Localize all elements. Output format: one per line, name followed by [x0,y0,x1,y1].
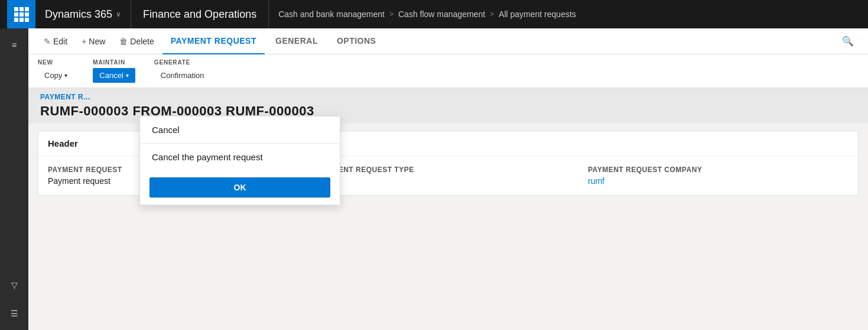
ribbon-new-controls: Copy ▾ [38,68,74,83]
tab-payment-request[interactable]: PAYMENT REQUEST [162,28,265,54]
delete-button[interactable]: 🗑 Delete [113,31,160,52]
waffle-icon [14,7,29,22]
breadcrumb: Cash and bank management > Cash flow man… [269,9,586,19]
tab-general[interactable]: GENERAL [267,28,326,54]
sidebar-list-icon[interactable]: ☰ [2,302,26,325]
dropdown-item-cancel-request[interactable]: Cancel the payment request [140,144,340,170]
breadcrumb-part3: All payment requests [499,9,576,19]
confirmation-label: Confirmation [161,71,204,80]
record-section-label: PAYMENT R... [40,93,856,101]
field-label-request-company: Payment request company [588,166,849,174]
ribbon: NEW Copy ▾ MAINTAIN Cancel ▾ [28,54,868,88]
app-layout: ≡ ▽ ☰ ✎ Edit + New 🗑 Delete PAYMENT R [0,28,868,330]
plus-icon: + [82,37,86,46]
app-name: Dynamics 365 [45,8,112,21]
list-icon: ☰ [11,309,18,318]
breadcrumb-part2: Cash flow management [398,9,485,19]
new-button[interactable]: + New [76,31,111,52]
ok-button[interactable]: OK [149,177,330,198]
hamburger-icon: ≡ [12,40,17,50]
breadcrumb-sep2: > [490,10,494,18]
edit-button[interactable]: ✎ Edit [38,31,73,52]
tab-options[interactable]: OPTIONS [329,28,385,54]
top-navigation-bar: Dynamics 365 ∨ Finance and Operations Ca… [0,0,868,28]
field-group-request-type: Payment request type Main [318,166,578,186]
ribbon-group-generate-label: GENERATE [154,59,211,66]
ribbon-group-maintain: MAINTAIN Cancel ▾ [93,59,135,83]
module-name-section: Finance and Operations [131,0,269,28]
ribbon-group-new: NEW Copy ▾ [38,59,74,83]
field-label-request-type: Payment request type [318,166,578,174]
confirmation-button[interactable]: Confirmation [154,68,211,83]
edit-icon: ✎ [44,37,51,46]
delete-label: Delete [130,37,154,46]
cancel-label: Cancel [99,71,123,80]
module-name: Finance and Operations [143,8,256,21]
copy-button[interactable]: Copy ▾ [38,68,74,83]
command-bar: ✎ Edit + New 🗑 Delete PAYMENT REQUEST GE… [28,28,868,54]
app-dropdown-arrow: ∨ [116,10,121,18]
new-label: New [89,37,105,46]
waffle-button[interactable] [7,0,35,28]
cancel-dropdown-menu: Cancel Cancel the payment request OK [139,116,340,205]
tab-options-label: OPTIONS [337,36,376,46]
tab-payment-request-label: PAYMENT REQUEST [171,36,256,46]
filter-icon: ▽ [11,280,18,290]
main-content: ✎ Edit + New 🗑 Delete PAYMENT REQUEST GE… [28,28,868,330]
sidebar-filter-icon[interactable]: ▽ [2,273,26,297]
breadcrumb-part1: Cash and bank management [278,9,385,19]
ribbon-group-generate: GENERATE Confirmation [154,59,211,83]
trash-icon: 🗑 [119,37,128,46]
field-group-request-company: Payment request company rumf [588,166,849,186]
edit-label: Edit [53,37,67,46]
copy-label: Copy [44,71,62,80]
sidebar-menu-icon[interactable]: ≡ [2,33,26,57]
search-button[interactable]: 🔍 [837,33,859,49]
field-value-request-company[interactable]: rumf [588,176,849,186]
left-sidebar: ≡ ▽ ☰ [0,28,28,330]
cancel-button[interactable]: Cancel ▾ [93,68,135,83]
ribbon-group-new-label: NEW [38,59,74,66]
copy-dropdown-arrow: ▾ [64,72,67,79]
tab-general-label: GENERAL [275,36,318,46]
field-value-request-type[interactable]: Main [318,176,578,186]
cancel-dropdown-arrow: ▾ [126,72,129,79]
breadcrumb-sep1: > [389,10,394,18]
ribbon-generate-controls: Confirmation [154,68,211,83]
ribbon-group-maintain-label: MAINTAIN [93,59,135,66]
app-name-section[interactable]: Dynamics 365 ∨ [35,0,131,28]
ribbon-maintain-controls: Cancel ▾ [93,68,135,83]
dropdown-item-cancel[interactable]: Cancel [140,117,340,143]
search-icon: 🔍 [842,36,854,46]
